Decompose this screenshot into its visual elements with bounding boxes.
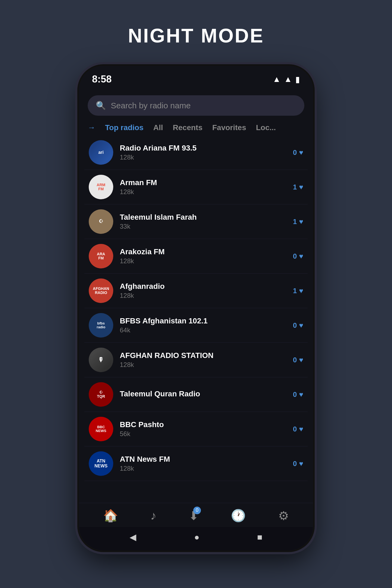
radio-item[interactable]: ARMFM Arman FM 128k 1 ♥ <box>84 170 308 204</box>
heart-icon: ♥ <box>299 356 303 364</box>
radio-info: Taleemul Islam Farah 33k <box>120 213 286 230</box>
radio-info: AFGHAN RADIO STATION 128k <box>120 351 286 369</box>
status-icons: ▲ ▲ ▮ <box>273 75 300 84</box>
tab-arrow-icon: → <box>88 123 95 132</box>
heart-icon: ♥ <box>299 425 303 433</box>
radio-logo: ari <box>89 140 113 165</box>
android-home-button[interactable]: ● <box>194 532 199 542</box>
like-count: 1 <box>293 218 297 226</box>
radio-info: Arman FM 128k <box>120 178 286 196</box>
radio-likes[interactable]: 1 ♥ <box>293 183 303 191</box>
radio-bitrate: 128k <box>120 465 286 472</box>
radio-item[interactable]: bfbsradio BFBS Afghanistan 102.1 64k 0 ♥ <box>84 308 308 343</box>
radio-item[interactable]: ARAFM Arakozia FM 128k 0 ♥ <box>84 239 308 274</box>
radio-logo: ☪TQR <box>89 382 113 407</box>
radio-name: BBC Pashto <box>120 420 286 429</box>
radio-name: Arman FM <box>120 178 286 187</box>
heart-icon: ♥ <box>299 460 303 468</box>
radio-logo: ☪ <box>89 209 113 234</box>
radio-item[interactable]: 🎙 AFGHAN RADIO STATION 128k 0 ♥ <box>84 343 308 377</box>
status-time: 8:58 <box>92 74 112 85</box>
radio-bitrate: 128k <box>120 154 286 161</box>
radio-bitrate: 64k <box>120 326 286 334</box>
radio-bitrate: 128k <box>120 292 286 299</box>
radio-info: Taleemul Quran Radio <box>120 390 286 399</box>
radio-likes[interactable]: 0 ♥ <box>293 460 303 468</box>
heart-icon: ♥ <box>299 183 303 191</box>
like-count: 0 <box>293 252 297 261</box>
battery-icon: ▮ <box>295 75 300 84</box>
heart-icon: ♥ <box>299 287 303 295</box>
radio-item[interactable]: ☪ Taleemul Islam Farah 33k 1 ♥ <box>84 204 308 239</box>
heart-icon: ♥ <box>299 218 303 226</box>
radio-item[interactable]: ATNNEWS ATN News FM 128k 0 ♥ <box>84 446 308 481</box>
radio-info: BFBS Afghanistan 102.1 64k <box>120 317 286 334</box>
heart-icon: ♥ <box>299 252 303 261</box>
android-recent-button[interactable]: ■ <box>257 532 262 542</box>
search-container: 🔍 Search by radio name <box>79 89 313 120</box>
radio-name: Arakozia FM <box>120 247 286 256</box>
search-placeholder-text: Search by radio name <box>111 101 191 110</box>
radio-likes[interactable]: 0 ♥ <box>293 321 303 330</box>
heart-icon: ♥ <box>299 390 303 399</box>
like-count: 0 <box>293 356 297 364</box>
nav-music-button[interactable]: ♪ <box>151 509 157 522</box>
radio-bitrate: 128k <box>120 188 286 196</box>
radio-logo: ARAFM <box>89 244 113 268</box>
radio-item[interactable]: ari Radio Ariana FM 93.5 128k 0 ♥ <box>84 135 308 170</box>
radio-logo: bfbsradio <box>89 313 113 338</box>
radio-likes[interactable]: 0 ♥ <box>293 390 303 399</box>
radio-info: Radio Ariana FM 93.5 128k <box>120 144 286 161</box>
radio-likes[interactable]: 0 ♥ <box>293 252 303 261</box>
like-count: 0 <box>293 321 297 330</box>
radio-name: AFGHAN RADIO STATION <box>120 351 286 360</box>
radio-name: Taleemul Quran Radio <box>120 390 286 398</box>
android-navigation: ◀ ● ■ <box>79 527 313 550</box>
like-count: 0 <box>293 460 297 468</box>
radio-likes[interactable]: 0 ♥ <box>293 148 303 157</box>
like-count: 0 <box>293 390 297 399</box>
page-title: NIGHT MODE <box>128 24 264 47</box>
radio-logo: BBCNEWS <box>89 417 113 441</box>
heart-icon: ♥ <box>299 321 303 330</box>
radio-logo: ATNNEWS <box>89 451 113 476</box>
tab-bar: → Top radios All Recents Favorites Loc..… <box>79 120 313 135</box>
radio-info: Afghanradio 128k <box>120 282 286 299</box>
radio-info: Arakozia FM 128k <box>120 247 286 265</box>
signal-icon: ▲ <box>284 75 292 84</box>
radio-bitrate: 128k <box>120 361 286 369</box>
like-count: 0 <box>293 148 297 157</box>
android-back-button[interactable]: ◀ <box>130 532 136 542</box>
radio-logo: ARMFM <box>89 175 113 199</box>
radio-info: BBC Pashto 56k <box>120 420 286 438</box>
tab-top-radios[interactable]: Top radios <box>105 123 143 132</box>
radio-likes[interactable]: 1 ♥ <box>293 218 303 226</box>
wifi-icon: ▲ <box>273 75 281 84</box>
bottom-navigation: 🏠 ♪ ⬇ 0 🕐 ⚙ <box>79 503 313 527</box>
download-badge: 0 <box>193 507 201 514</box>
radio-name: Radio Ariana FM 93.5 <box>120 144 286 152</box>
radio-name: Taleemul Islam Farah <box>120 213 286 222</box>
radio-likes[interactable]: 0 ♥ <box>293 425 303 433</box>
heart-icon: ♥ <box>299 148 303 157</box>
nav-download-button[interactable]: ⬇ 0 <box>189 509 199 523</box>
search-bar[interactable]: 🔍 Search by radio name <box>88 95 304 116</box>
nav-settings-button[interactable]: ⚙ <box>278 509 289 523</box>
radio-item[interactable]: AFGHANRADIO Afghanradio 128k 1 ♥ <box>84 274 308 308</box>
radio-likes[interactable]: 1 ♥ <box>293 287 303 295</box>
search-icon: 🔍 <box>96 101 106 110</box>
tab-recents[interactable]: Recents <box>173 123 203 132</box>
tab-favorites[interactable]: Favorites <box>212 123 246 132</box>
nav-home-button[interactable]: 🏠 <box>103 509 118 523</box>
like-count: 1 <box>293 183 297 191</box>
radio-likes[interactable]: 0 ♥ <box>293 356 303 364</box>
radio-item[interactable]: ☪TQR Taleemul Quran Radio 0 ♥ <box>84 377 308 412</box>
radio-name: ATN News FM <box>120 455 286 464</box>
radio-logo: 🎙 <box>89 348 113 372</box>
app-screen: 🔍 Search by radio name → Top radios All … <box>79 89 313 527</box>
nav-history-button[interactable]: 🕐 <box>231 509 246 523</box>
tab-local[interactable]: Loc... <box>256 123 276 132</box>
radio-name: BFBS Afghanistan 102.1 <box>120 317 286 325</box>
tab-all[interactable]: All <box>153 123 163 132</box>
radio-item[interactable]: BBCNEWS BBC Pashto 56k 0 ♥ <box>84 412 308 446</box>
